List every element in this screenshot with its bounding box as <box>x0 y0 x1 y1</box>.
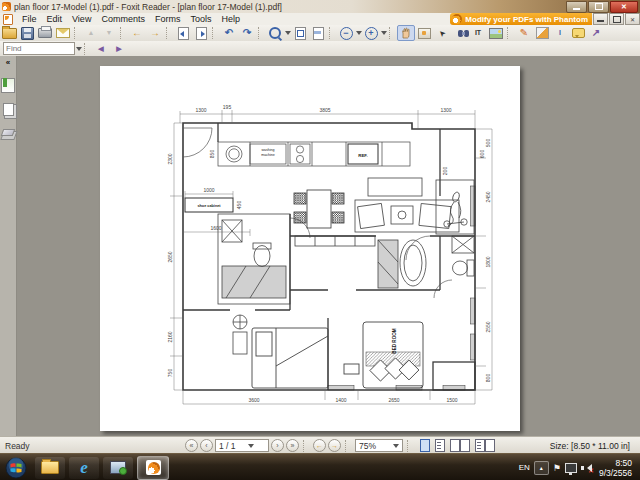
next-view-button[interactable] <box>192 25 210 41</box>
network-icon[interactable] <box>565 463 577 473</box>
fit-page-button[interactable] <box>291 25 309 41</box>
redo-button[interactable]: ↷ <box>238 25 256 41</box>
phantom-logo-icon <box>452 14 462 24</box>
language-indicator[interactable]: EN <box>519 463 530 472</box>
start-button[interactable] <box>5 457 27 479</box>
mute-x-icon: ✕ <box>588 467 594 475</box>
maximize-button[interactable] <box>588 1 609 13</box>
save-button[interactable] <box>18 25 36 41</box>
status-separator <box>303 440 308 452</box>
menu-view[interactable]: View <box>67 13 96 25</box>
taskbar-foxit-button[interactable] <box>137 456 169 480</box>
undo-button[interactable]: ↶ <box>220 25 238 41</box>
email-button[interactable] <box>54 25 72 41</box>
go-back-button[interactable]: ← <box>128 25 146 41</box>
page-number-box[interactable]: 1 / 1 <box>215 439 269 452</box>
collapse-panel-button[interactable]: « <box>6 58 10 67</box>
menu-edit[interactable]: Edit <box>42 13 68 25</box>
facing-layout-button[interactable] <box>450 439 460 452</box>
minimize-button[interactable] <box>566 1 587 13</box>
select-annotation-button[interactable]: ➤ <box>433 25 451 41</box>
next-view-button[interactable]: → <box>328 439 341 452</box>
select-text-button[interactable]: IT <box>469 25 487 41</box>
phantom-ad-banner[interactable]: Modify your PDFs with Phantom <box>450 13 592 25</box>
taskbar-ie-button[interactable]: e <box>69 457 99 479</box>
pencil-tool-button[interactable]: ✎ <box>515 25 533 41</box>
status-bar: Ready « ‹ 1 / 1 › » ← → 75% Size: [8.50 <box>0 436 640 454</box>
document-canvas[interactable]: washing machine REF. shoe cabinet <box>17 56 640 436</box>
fit-width-button[interactable] <box>309 25 327 41</box>
previous-view-button[interactable] <box>174 25 192 41</box>
menu-comments[interactable]: Comments <box>96 13 150 25</box>
previous-page-button[interactable]: ‹ <box>200 439 213 452</box>
svg-text:2160: 2160 <box>167 331 173 342</box>
find-next-button[interactable]: ▶ <box>110 41 128 57</box>
internet-explorer-icon: e <box>80 459 88 476</box>
find-input[interactable] <box>3 42 75 55</box>
taskbar-app-button[interactable] <box>103 457 133 479</box>
select-image-button[interactable] <box>487 25 505 41</box>
go-forward-button[interactable]: → <box>146 25 164 41</box>
taskbar-explorer-button[interactable] <box>35 457 65 479</box>
find-previous-button[interactable]: ◀ <box>92 41 110 57</box>
comment-bubble-icon <box>572 28 585 38</box>
speaker-muted-icon[interactable]: ✕ <box>581 463 591 473</box>
mdi-restore-button[interactable] <box>609 13 624 25</box>
previous-view-button[interactable]: ← <box>313 439 326 452</box>
arrow-tool-button[interactable]: ↗ <box>587 25 605 41</box>
loupe-dropdown[interactable] <box>284 26 291 40</box>
taskbar-clock[interactable]: 8:50 9/3/2556 <box>599 458 632 478</box>
svg-text:1800: 1800 <box>485 256 491 267</box>
svg-text:BED ROOM: BED ROOM <box>392 328 397 353</box>
zoom-level-box[interactable]: 75% <box>355 439 403 452</box>
document-icon <box>3 14 13 25</box>
menu-file[interactable]: File <box>17 13 42 25</box>
svg-text:750: 750 <box>167 369 173 378</box>
action-center-flag-icon[interactable]: ⚑ <box>553 463 561 473</box>
mdi-close-button[interactable]: ✕ <box>625 13 640 25</box>
close-button[interactable]: ✕ <box>610 1 638 13</box>
clock-date: 9/3/2556 <box>599 468 632 478</box>
note-comment-button[interactable] <box>569 25 587 41</box>
zoom-in-dropdown[interactable] <box>380 26 387 40</box>
mdi-close-icon: ✕ <box>630 16 635 23</box>
zoom-out-button[interactable]: − <box>337 25 355 41</box>
zoom-loupe-button[interactable] <box>266 25 284 41</box>
find-button[interactable] <box>451 25 469 41</box>
continuous-layout-button[interactable] <box>435 439 445 452</box>
find-dropdown[interactable] <box>75 42 82 56</box>
next-page-button[interactable]: › <box>271 439 284 452</box>
open-button[interactable] <box>0 25 18 41</box>
fit-page-icon <box>295 27 306 40</box>
layers-panel-icon[interactable] <box>1 129 16 136</box>
pages-panel-icon[interactable] <box>3 103 14 116</box>
window-controls: ✕ <box>566 1 638 13</box>
svg-text:2650: 2650 <box>167 251 173 262</box>
next-page-button[interactable]: ▼ <box>100 25 118 41</box>
single-page-layout-button[interactable] <box>420 439 430 452</box>
show-hidden-icons-button[interactable]: ▴ <box>534 461 549 475</box>
typewriter-tool-button[interactable]: I <box>551 25 569 41</box>
chevron-down-icon <box>356 31 362 38</box>
zoom-in-button[interactable]: + <box>362 25 380 41</box>
toolbar-separator <box>166 27 171 39</box>
highlight-tool-button[interactable] <box>533 25 551 41</box>
hand-icon <box>400 27 412 39</box>
first-page-button[interactable]: « <box>185 439 198 452</box>
print-button[interactable] <box>36 25 54 41</box>
menu-tools[interactable]: Tools <box>185 13 216 25</box>
previous-page-button[interactable]: ▲ <box>82 25 100 41</box>
last-page-button[interactable]: » <box>286 439 299 452</box>
continuous-facing-layout-button[interactable] <box>475 439 485 452</box>
menu-help[interactable]: Help <box>216 13 245 25</box>
bookmarks-panel-icon[interactable] <box>1 78 15 93</box>
main-area: « <box>0 56 640 436</box>
svg-text:2300: 2300 <box>167 153 173 164</box>
svg-text:shoe cabinet: shoe cabinet <box>197 204 221 208</box>
hand-tool-button[interactable] <box>397 25 415 41</box>
zoom-out-dropdown[interactable] <box>355 26 362 40</box>
svg-text:200: 200 <box>442 167 448 176</box>
snapshot-button[interactable] <box>415 25 433 41</box>
mdi-minimize-button[interactable] <box>593 13 608 25</box>
menu-forms[interactable]: Forms <box>150 13 186 25</box>
